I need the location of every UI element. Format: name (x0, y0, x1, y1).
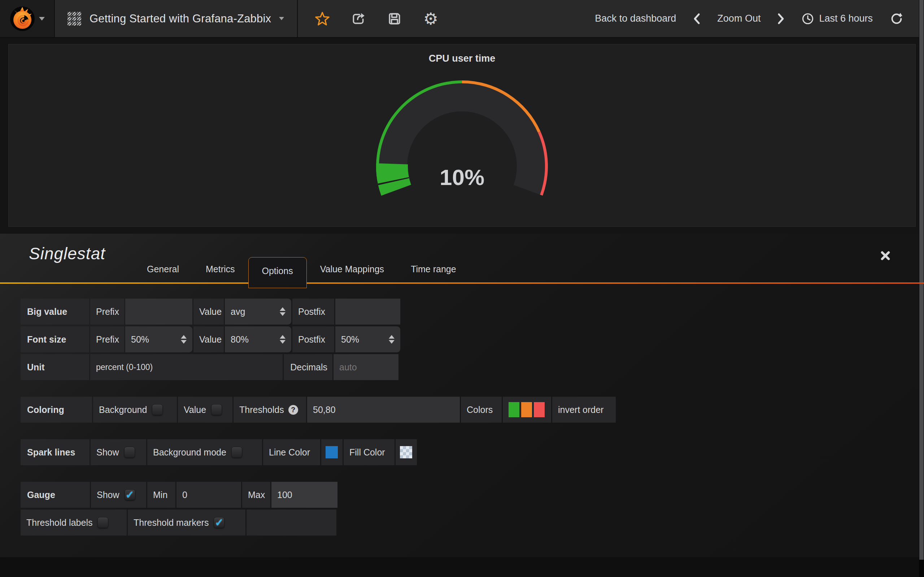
panel-title[interactable]: CPU user time (9, 44, 915, 64)
select-spinner-icon (177, 335, 187, 344)
threshold-color-swatch-green[interactable] (509, 402, 519, 417)
editor-tabs: General Metrics Options Value Mappings T… (134, 234, 470, 284)
coloring-row: Coloring Background ✓ Value ✓ Thresholds… (21, 397, 924, 423)
threshold-options-row: Threshold labels ✓ Threshold markers ✓ (21, 509, 924, 535)
background-mode-label: Background mode (153, 447, 226, 458)
fill-color-swatch[interactable] (400, 446, 412, 458)
prefix-label: Prefix (90, 298, 124, 324)
zoom-right-button[interactable] (775, 10, 787, 27)
threshold-markers-cell: Threshold markers ✓ (128, 509, 246, 535)
prefix-label: Prefix (90, 326, 124, 352)
value-size-select[interactable]: 80% (225, 326, 291, 352)
share-button[interactable] (350, 10, 367, 27)
zoom-left-button[interactable] (691, 10, 702, 27)
navbar-actions: ⚙ (298, 10, 439, 27)
select-spinner-icon (385, 335, 394, 344)
chevron-left-icon (693, 13, 701, 24)
background-label: Background (99, 405, 147, 415)
help-icon[interactable]: ? (288, 405, 298, 415)
options-form: Big value Prefix Value avg Postfix Font … (0, 284, 924, 535)
check-icon: ✓ (125, 488, 134, 501)
check-icon: ✓ (215, 516, 223, 529)
grafana-logo-icon (10, 6, 36, 32)
gauge-value-label: 10% (439, 165, 485, 190)
panel-editor: Singlestat General Metrics Options Value… (0, 234, 924, 557)
dashboard-grid-icon (67, 11, 82, 26)
close-editor-button[interactable] (880, 250, 891, 263)
big-value-label: Big value (21, 298, 89, 324)
editor-header: Singlestat General Metrics Options Value… (0, 234, 924, 284)
spark-lines-label: Spark lines (21, 439, 89, 465)
value-label: Value (194, 326, 224, 352)
unit-dropdown[interactable]: percent (0-100) (90, 354, 283, 380)
spark-lines-row: Spark lines Show ✓ Background mode ✓ Lin… (21, 439, 924, 465)
value-label: Value (184, 405, 206, 415)
save-icon (387, 11, 402, 26)
threshold-color-swatch-orange[interactable] (521, 402, 532, 417)
decimals-label: Decimals (284, 354, 333, 380)
value-label: Value (194, 298, 224, 324)
threshold-markers-checkbox[interactable]: ✓ (214, 517, 225, 528)
refresh-button[interactable] (888, 10, 905, 27)
invert-order-button[interactable]: invert order (552, 397, 616, 423)
background-mode-checkbox[interactable]: ✓ (231, 447, 242, 458)
stat-select-value: avg (231, 306, 245, 317)
empty-cell (247, 509, 336, 535)
grafana-logo-button[interactable] (0, 0, 54, 37)
dashboard-title-button[interactable]: Getting Started with Grafana-Zabbix (55, 0, 297, 37)
gauge-chart: 10% (354, 76, 570, 202)
coloring-background-cell: Background ✓ (93, 397, 177, 423)
tab-options[interactable]: Options (248, 257, 307, 288)
max-input-cell (271, 482, 338, 508)
gauge-label: Gauge (21, 482, 90, 508)
settings-button[interactable]: ⚙ (422, 10, 439, 27)
back-to-dashboard-button[interactable]: Back to dashboard (595, 13, 676, 24)
tab-metrics[interactable]: Metrics (192, 257, 248, 282)
gauge-show-checkbox[interactable]: ✓ (124, 489, 135, 500)
spark-show-checkbox[interactable]: ✓ (124, 447, 135, 458)
fill-color-cell (396, 439, 417, 465)
big-value-prefix-input[interactable] (131, 306, 187, 317)
prefix-size-value: 50% (131, 334, 149, 345)
chevron-right-icon (777, 13, 785, 24)
tab-value-mappings[interactable]: Value Mappings (307, 257, 397, 282)
postfix-size-select[interactable]: 50% (335, 326, 400, 352)
decimals-input[interactable] (339, 362, 393, 372)
background-checkbox[interactable]: ✓ (152, 404, 163, 415)
min-input-cell (176, 482, 241, 508)
tab-time-range[interactable]: Time range (397, 257, 470, 282)
threshold-labels-label: Threshold labels (26, 517, 92, 528)
thresholds-label: Thresholds (239, 405, 284, 415)
gauge-min-input[interactable] (182, 490, 235, 500)
background-mode-cell: Background mode ✓ (147, 439, 262, 465)
spark-show-cell: Show ✓ (90, 439, 146, 465)
gauge-max-input[interactable] (277, 490, 332, 500)
threshold-labels-checkbox[interactable]: ✓ (97, 517, 108, 528)
threshold-color-swatch-red[interactable] (534, 402, 544, 417)
prefix-input-cell (125, 298, 192, 324)
postfix-input-cell (335, 298, 400, 324)
scrollbar-thumb[interactable] (919, 0, 924, 560)
threshold-labels-cell: Threshold labels ✓ (21, 509, 127, 535)
unit-label: Unit (21, 354, 89, 380)
value-checkbox[interactable]: ✓ (211, 404, 222, 415)
decimals-input-cell (333, 354, 399, 380)
time-range-button[interactable]: Last 6 hours (802, 13, 873, 25)
fill-color-label: Fill Color (344, 439, 394, 465)
prefix-size-select[interactable]: 50% (125, 326, 192, 352)
thresholds-cell: Thresholds ? (234, 397, 306, 423)
thresholds-input[interactable] (313, 405, 454, 415)
star-icon (315, 11, 330, 26)
chevron-down-icon (39, 17, 45, 21)
tab-general[interactable]: General (134, 257, 192, 282)
dashboard-title: Getting Started with Grafana-Zabbix (89, 12, 271, 25)
gauge-show-cell: Show ✓ (91, 482, 146, 508)
zoom-out-button[interactable]: Zoom Out (717, 13, 761, 24)
star-button[interactable] (313, 10, 331, 27)
line-color-label: Line Color (263, 439, 320, 465)
save-button[interactable] (386, 10, 403, 27)
big-value-postfix-input[interactable] (341, 306, 394, 317)
big-value-stat-select[interactable]: avg (225, 298, 291, 324)
font-size-label: Font size (21, 326, 89, 352)
line-color-swatch[interactable] (326, 446, 338, 458)
